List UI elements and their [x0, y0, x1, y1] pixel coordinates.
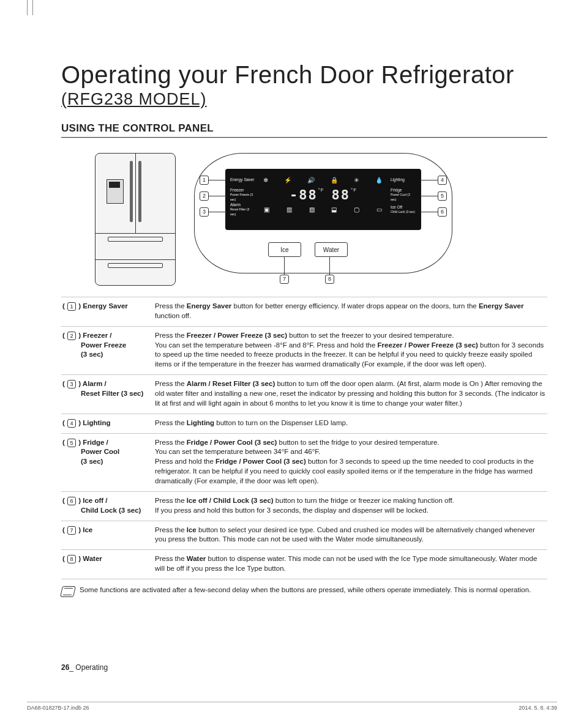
- page-section-label: _ Operating: [69, 663, 108, 672]
- print-metadata: DA68-01827B-17.indb 26 2014. 5. 8. 4:39: [27, 702, 557, 711]
- control-row-label: ( 7 ) Ice: [61, 526, 155, 545]
- drop-icon: 💧: [375, 177, 383, 184]
- control-row: ( 7 ) IcePress the Ice button to select …: [61, 521, 547, 550]
- section-heading: USING THE CONTROL PANEL: [61, 122, 547, 138]
- note-box: Some functions are activated after a few…: [61, 585, 547, 597]
- panel-fridge-label: Fridge: [391, 188, 402, 192]
- control-descriptions: ( 1 ) Energy SaverPress the Energy Saver…: [61, 297, 547, 579]
- panel-lighting-label: Lighting: [391, 177, 416, 182]
- control-row-label: ( 8 ) Water: [61, 554, 155, 574]
- control-panel-diagram: Energy Saver ❄ ⚡ 🔊 🔒 ☀ 💧 Lighting: [95, 153, 547, 286]
- control-row-desc: Press the Water button to dispense water…: [155, 554, 547, 574]
- callout-5: 5: [438, 191, 447, 201]
- panel-iceoff-label: Ice Off: [391, 205, 402, 209]
- control-row-label: ( 5 ) Fridge /Power Cool(3 sec): [61, 438, 155, 486]
- control-row-label: ( 1 ) Energy Saver: [61, 302, 155, 321]
- control-row-label: ( 2 ) Freezer /Power Freeze(3 sec): [61, 331, 155, 370]
- control-row: ( 6 ) Ice off /Child Lock (3 sec)Press t…: [61, 491, 547, 521]
- control-row-desc: Press the Alarm / Reset Filter (3 sec) b…: [155, 379, 547, 409]
- filter-icon: ▣: [264, 206, 270, 213]
- light-icon: ☀: [354, 177, 360, 184]
- cubed-icon: ▥: [286, 206, 293, 213]
- control-row-label: ( 6 ) Ice off /Child Lock (3 sec): [61, 496, 155, 516]
- control-row: ( 1 ) Energy SaverPress the Energy Saver…: [61, 297, 547, 326]
- control-row: ( 8 ) WaterPress the Water button to dis…: [61, 549, 547, 579]
- control-row-desc: Press the Lighting button to turn on the…: [155, 418, 547, 428]
- control-panel-illustration: Energy Saver ❄ ⚡ 🔊 🔒 ☀ 💧 Lighting: [194, 153, 452, 286]
- control-row: ( 3 ) Alarm /Reset Filter (3 sec)Press t…: [61, 374, 547, 414]
- callout-6: 6: [438, 207, 447, 217]
- note-text: Some functions are activated after a few…: [80, 585, 531, 595]
- control-row-desc: Press the Ice off / Child Lock (3 sec) b…: [155, 496, 547, 516]
- page-number: 26: [61, 663, 69, 672]
- panel-alarm-label: Alarm: [230, 202, 241, 207]
- fridge-temp-display: 88: [332, 187, 351, 202]
- control-row-desc: Press the Freezer / Power Freeze (3 sec)…: [155, 331, 547, 370]
- page-title: Operating your French Door Refrigerator: [61, 61, 547, 89]
- control-row-desc: Press the Fridge / Power Cool (3 sec) bu…: [155, 438, 547, 486]
- panel-freezer-label: Freezer: [230, 188, 244, 192]
- water-icon: ⬓: [331, 206, 337, 213]
- crushed-icon: ▨: [309, 206, 315, 213]
- model-subtitle: (RFG238 MODEL): [61, 90, 547, 109]
- callout-7: 7: [280, 275, 289, 284]
- snowflake-icon: ❄: [263, 177, 269, 184]
- print-date: 2014. 5. 8. 4:39: [518, 705, 557, 711]
- sound-icon: 🔊: [307, 177, 315, 184]
- iceoff2-icon: ▭: [376, 206, 383, 213]
- callout-8: 8: [325, 275, 334, 284]
- print-file: DA68-01827B-17.indb 26: [27, 705, 89, 711]
- panel-power-freeze-label: Power Freeze (3 sec): [230, 193, 253, 201]
- power-icon: ⚡: [284, 177, 292, 184]
- control-row-desc: Press the Energy Saver button for better…: [155, 302, 547, 321]
- panel-energy-saver-label: Energy Saver: [230, 177, 256, 182]
- callout-2: 2: [200, 191, 209, 201]
- ice-button: Ice: [268, 242, 301, 257]
- water-button: Water: [315, 242, 348, 257]
- manual-page: Operating your French Door Refrigerator …: [0, 0, 584, 728]
- note-icon: [60, 586, 76, 597]
- callout-4: 4: [438, 176, 447, 185]
- control-row-label: ( 3 ) Alarm /Reset Filter (3 sec): [61, 379, 155, 409]
- fridge-illustration: [95, 153, 176, 286]
- page-footer: 26_ Operating: [61, 663, 108, 672]
- freezer-temp-display: -88: [290, 187, 318, 202]
- panel-power-cool-label: Power Cool (3 sec): [391, 193, 410, 201]
- control-row-label: ( 4 ) Lighting: [61, 418, 155, 428]
- panel-reset-filter-label: Reset Filter (3 sec): [230, 207, 249, 216]
- control-row: ( 2 ) Freezer /Power Freeze(3 sec)Press …: [61, 326, 547, 374]
- top-tab-mark: [27, 0, 33, 15]
- panel-icon-row: ▣ ▥ ▨ ⬓ ▢ ▭: [256, 206, 391, 213]
- lock-icon: 🔒: [331, 177, 339, 184]
- control-row: ( 5 ) Fridge /Power Cool(3 sec)Press the…: [61, 433, 547, 491]
- panel-childlock-label: Child Lock (3 sec): [391, 210, 415, 214]
- control-row: ( 4 ) LightingPress the Lighting button …: [61, 414, 547, 433]
- iceoff-icon: ▢: [354, 206, 360, 213]
- callout-1: 1: [200, 176, 209, 185]
- control-row-desc: Press the Ice button to select your desi…: [155, 526, 547, 545]
- callout-3: 3: [200, 207, 209, 217]
